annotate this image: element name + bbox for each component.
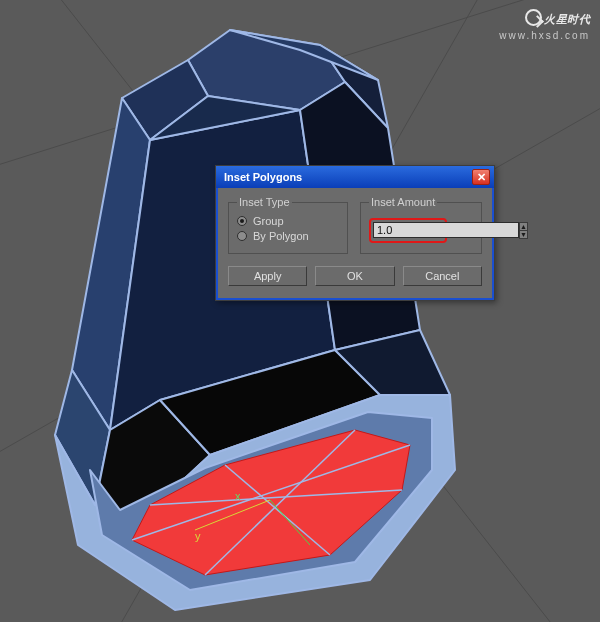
ok-button[interactable]: OK [315, 266, 394, 286]
viewport-3d[interactable]: y x [0, 0, 600, 622]
spinner-up-icon[interactable]: ▲ [519, 222, 528, 230]
inset-amount-input[interactable] [373, 222, 519, 238]
brand-logo: 火星时代 [499, 8, 590, 28]
brand-url: www.hxsd.com [499, 30, 590, 41]
cancel-label: Cancel [425, 270, 459, 282]
ok-label: OK [347, 270, 363, 282]
svg-text:x: x [235, 490, 241, 502]
dialog-titlebar[interactable]: Inset Polygons ✕ [216, 166, 494, 188]
apply-label: Apply [254, 270, 282, 282]
brand-text: 火星时代 [544, 13, 590, 25]
spinner-down-icon[interactable]: ▼ [519, 230, 528, 239]
inset-type-group: Inset Type Group By Polygon [228, 196, 348, 254]
watermark: 火星时代 www.hxsd.com [499, 8, 590, 41]
spinner-buttons: ▲ ▼ [519, 222, 528, 239]
scene-geometry: y x [0, 0, 600, 622]
apply-button[interactable]: Apply [228, 266, 307, 286]
dialog-title: Inset Polygons [224, 171, 472, 183]
svg-text:y: y [195, 530, 201, 542]
inset-amount-group: Inset Amount ▲ ▼ [360, 196, 482, 254]
brand-mark-icon [525, 9, 542, 26]
radio-label: Group [253, 215, 284, 227]
radio-group[interactable]: Group [237, 215, 339, 227]
cancel-button[interactable]: Cancel [403, 266, 482, 286]
radio-icon [237, 216, 247, 226]
inset-type-legend: Inset Type [237, 196, 292, 208]
inset-polygons-dialog: Inset Polygons ✕ Inset Type Group By Pol… [215, 165, 495, 301]
close-icon: ✕ [477, 171, 486, 184]
inset-amount-highlight: ▲ ▼ [369, 218, 447, 243]
radio-by-polygon[interactable]: By Polygon [237, 230, 339, 242]
radio-label: By Polygon [253, 230, 309, 242]
close-button[interactable]: ✕ [472, 169, 490, 185]
dialog-body: Inset Type Group By Polygon Inset Amount… [216, 188, 494, 300]
inset-amount-legend: Inset Amount [369, 196, 437, 208]
radio-icon [237, 231, 247, 241]
dialog-button-row: Apply OK Cancel [228, 266, 482, 286]
